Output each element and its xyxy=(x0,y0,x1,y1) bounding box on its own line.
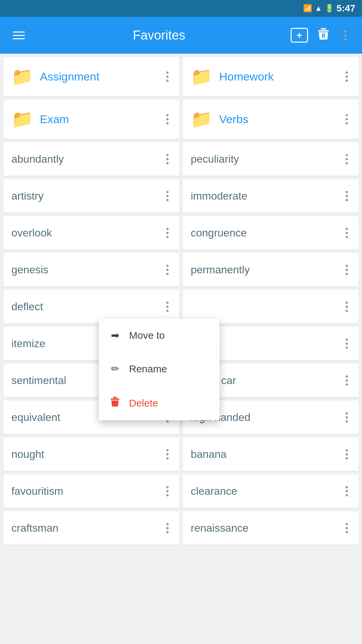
rename-icon: ✏ xyxy=(109,363,121,375)
move-to-menu-item[interactable]: ➡ Move to xyxy=(99,319,220,352)
context-menu-overlay: ➡ Move to ✏ Rename Delete xyxy=(0,0,362,644)
svg-rect-5 xyxy=(113,397,117,398)
move-to-label: Move to xyxy=(129,330,165,341)
delete-icon xyxy=(109,396,121,410)
delete-label: Delete xyxy=(129,397,158,409)
rename-label: Rename xyxy=(129,363,167,375)
context-menu: ➡ Move to ✏ Rename Delete xyxy=(99,319,220,420)
delete-menu-item[interactable]: Delete xyxy=(99,386,220,420)
move-to-icon: ➡ xyxy=(109,329,121,341)
svg-rect-4 xyxy=(111,398,119,400)
rename-menu-item[interactable]: ✏ Rename xyxy=(99,352,220,386)
